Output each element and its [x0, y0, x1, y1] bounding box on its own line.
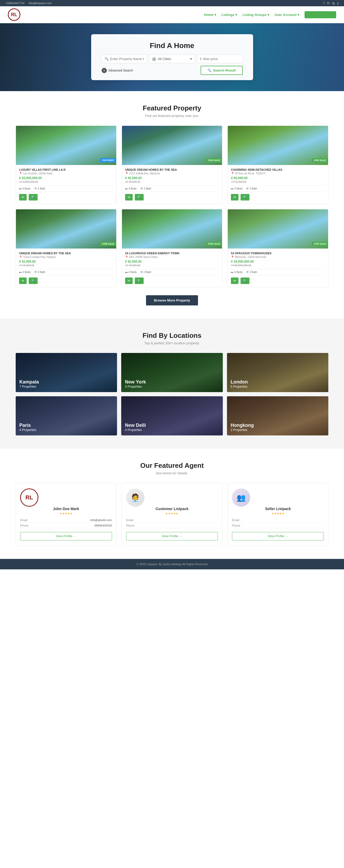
property-badge: FOR SALE	[312, 158, 328, 162]
agent-card-customer: 🧑‍💼 Customer Listpack ★★★★★ Email Phone …	[122, 483, 223, 546]
property-name-input[interactable]	[110, 57, 144, 61]
featured-subtitle: Find out featured property near you.	[16, 114, 328, 118]
agents-grid: RL John Doe Mark ★★★★★ Email info@abode.…	[16, 483, 328, 546]
cities-dropdown[interactable]: 🏢 All Cities ▾	[149, 55, 195, 63]
property-actions: ✉ 🔍	[125, 194, 219, 200]
search-button[interactable]: 🔍	[135, 194, 144, 200]
view-profile-button[interactable]: View Profile →	[126, 532, 218, 540]
agent-phone-row: Phone	[126, 524, 218, 528]
nav-user-account[interactable]: User Account ▾	[275, 13, 299, 17]
price-input-wrapper[interactable]: $	[197, 55, 242, 63]
instagram-icon[interactable]: ig	[332, 1, 335, 5]
agents-title: Our Featured Agent	[16, 462, 328, 470]
property-old-price: / ¥ 75,000.00	[231, 180, 325, 183]
agent-card-john: RL John Doe Mark ★★★★★ Email info@abode.…	[16, 483, 116, 546]
location-newdelli[interactable]: New Delli 4 Properties	[121, 396, 223, 435]
property-image: FOR SALE	[16, 209, 116, 249]
add-property-button[interactable]: + Add Property	[305, 11, 336, 18]
search-button[interactable]: 🔍	[240, 194, 250, 200]
property-card: FOR SALE 24 LUXURIOUS GREEN ENERGY TOWN …	[122, 209, 223, 287]
property-price: ¥ 65,000.00	[231, 176, 325, 180]
property-address: 📍 Trans-Canada Hwy, Hargrav	[19, 255, 113, 258]
footer: © 2025 Listpack. By Quita Holdings All R…	[0, 559, 344, 569]
location-london[interactable]: London 5 Properties	[227, 353, 328, 392]
nav-home[interactable]: Home ▾	[204, 13, 216, 17]
beds-feature: 🛏 4 Beds	[231, 187, 242, 190]
featured-title: Featured Property	[16, 104, 328, 112]
view-profile-button[interactable]: View Profile →	[232, 532, 324, 540]
search-result-button[interactable]: 🔍 Search Result	[201, 66, 242, 75]
property-info: UNIQUE DREAM HOMES BY THE SEA 📍 Trans-Ca…	[16, 249, 116, 287]
property-old-price: / ¥ 46,000.00	[125, 264, 219, 267]
agent-avatar-customer: 🧑‍💼	[126, 489, 144, 507]
agents-section: Our Featured Agent See below for details…	[0, 448, 344, 559]
agent-info: Email info@abode.com Phone 08956434343	[20, 519, 112, 528]
property-card: FOR SALE UNIQUE DREAM HOMES BY THE SEA 📍…	[16, 209, 116, 287]
property-badge: FOR SALE	[206, 242, 222, 246]
property-search-input-wrapper[interactable]: 🔍	[102, 55, 147, 63]
location-paris[interactable]: Paris 4 Properties	[16, 396, 117, 435]
agent-name: Seller Listpack	[232, 507, 324, 511]
location-name: New Delli	[125, 423, 146, 428]
location-name: Kampala	[19, 379, 39, 385]
search-button[interactable]: 🔍	[29, 278, 38, 284]
email-button[interactable]: ✉	[231, 194, 238, 200]
navbar: RL Home ▾ Listings ▾ Listing Groups ▾ Us…	[0, 6, 344, 23]
site-logo[interactable]: RL	[8, 8, 20, 21]
nav-listings[interactable]: Listings ▾	[222, 13, 237, 17]
property-badge: FOR SALE	[206, 158, 222, 162]
email-button[interactable]: ✉	[231, 278, 238, 284]
location-name: Hongkong	[231, 423, 254, 428]
property-name: CHARMING SEMI-DETACHED VILLAS	[231, 168, 325, 171]
location-count: 4 Properties	[125, 428, 146, 432]
pin-icon: 📍	[125, 172, 128, 175]
property-info: 24 LUXURIOUS GREEN ENERGY TOWN 📍 D60, 24…	[122, 249, 222, 287]
email-button[interactable]: ✉	[19, 194, 27, 200]
property-old-price: / ¥ 60,000,000.00	[231, 264, 325, 267]
property-features: 🛏 4 Beds 🚿 2 Bath	[19, 185, 113, 192]
search-footer: + Advanced Search 🔍 Search Result	[102, 66, 242, 75]
pin-icon: 📍	[19, 172, 22, 175]
cities-label: All Cities	[158, 57, 171, 61]
linkedin-icon[interactable]: in	[327, 1, 329, 5]
baths-feature: 🚿 2 Bath	[246, 187, 257, 190]
agent-phone-value: 08956434343	[94, 524, 112, 527]
footer-text: © 2025 Listpack. By Quita Holdings All R…	[136, 563, 207, 566]
beds-feature: 🛏 4 Beds	[125, 271, 137, 274]
property-info: UNIQUE DREAM HOMES BY THE SEA 📍 2113 Suf…	[122, 165, 222, 204]
search-button[interactable]: 🔍	[29, 194, 38, 200]
location-name: Paris	[19, 423, 36, 428]
property-card: FOR SALE CHARMING SEMI-DETACHED VILLAS 📍…	[228, 126, 328, 204]
agent-stars: ★★★★★	[126, 512, 218, 515]
email-button[interactable]: ✉	[125, 194, 133, 200]
advanced-search-label: Advanced Search	[108, 69, 133, 72]
baths-feature: 🚿 4 Bath	[34, 271, 45, 274]
search-button[interactable]: 🔍	[240, 278, 250, 284]
pin-icon: 📍	[125, 255, 128, 258]
view-profile-button[interactable]: View Profile →	[20, 532, 112, 540]
browse-more-button[interactable]: Browse More Property	[146, 295, 198, 305]
pin-icon: 📍	[231, 255, 234, 258]
nav-listing-groups[interactable]: Listing Groups ▾	[242, 13, 269, 17]
baths-feature: 🚿 2 Bath	[140, 187, 151, 190]
max-price-input[interactable]	[203, 57, 239, 61]
property-name: LUXURY VILLAS FIRST LINE LA R	[19, 168, 113, 171]
property-address: 📍 60 Rue de Rivoli, 75004 P	[231, 172, 325, 175]
facebook-icon[interactable]: f	[324, 1, 324, 5]
location-count: 2 Properties	[231, 428, 254, 432]
location-hongkong[interactable]: Hongkong 2 Properties	[227, 396, 328, 435]
youtube-icon[interactable]: y	[337, 1, 339, 5]
location-kampala[interactable]: Kampala 7 Properties	[16, 353, 117, 392]
email-button[interactable]: ✉	[19, 278, 27, 284]
agent-info: Email Phone	[126, 519, 218, 528]
property-card: FOR SALE 53 SPACIOUS TOWNHOUSES 📍 Mitzey…	[228, 209, 328, 287]
property-address: 📍 Les Goutats, 18360 Saint	[19, 172, 113, 175]
agent-stars: ★★★★★	[232, 512, 324, 515]
email-button[interactable]: ✉	[125, 278, 133, 284]
location-newyork[interactable]: New York 3 Properties	[121, 353, 223, 392]
advanced-search-toggle[interactable]: + Advanced Search	[102, 68, 133, 73]
property-features: 🛏 4 Beds 🚿 4 Bath	[19, 269, 113, 275]
property-features: 🛏 4 Beds 🚿 2 Bath	[231, 269, 325, 275]
property-name: UNIQUE DREAM HOMES BY THE SEA	[19, 252, 113, 255]
search-button[interactable]: 🔍	[135, 278, 144, 284]
